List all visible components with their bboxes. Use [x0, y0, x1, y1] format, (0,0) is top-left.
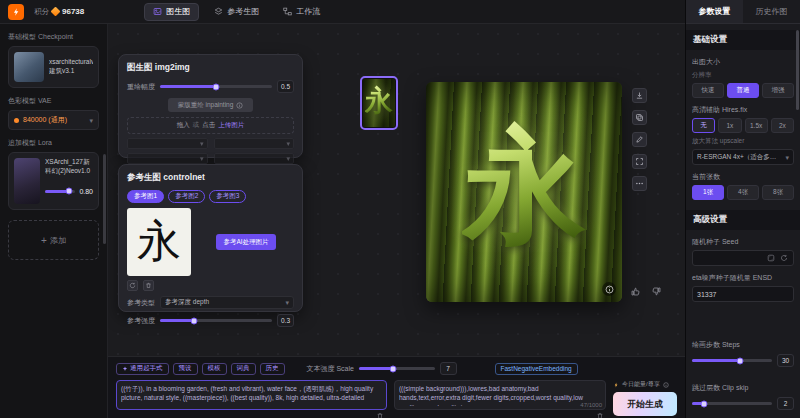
lora-card[interactable]: XSArchi_127新科幻(2)Neov1.0 0.80 — [8, 152, 99, 210]
upscaler-select[interactable]: R-ESRGAN 4x+（适合多种场景） — [692, 149, 794, 165]
fullscreen-icon[interactable] — [632, 154, 647, 169]
model-sidebar: 基础模型 Checkpoint xsarchitecturalv3com建筑v3… — [0, 24, 108, 418]
generate-button[interactable]: 开始生成 — [613, 392, 677, 416]
tab-ref-image-1[interactable]: 参考图1 — [127, 190, 164, 203]
sidebar-scrollbar[interactable] — [103, 154, 106, 244]
ref-strength-slider[interactable] — [160, 319, 272, 322]
upscaler-value: R-ESRGAN 4x+（适合多种场景） — [697, 153, 782, 162]
info-icon[interactable] — [602, 282, 616, 296]
batch-count-label: 当前张数 — [692, 172, 794, 182]
info-icon — [663, 382, 669, 388]
refresh-icon[interactable] — [779, 253, 789, 263]
workspace-canvas[interactable]: 图生图 img2img 重绘幅度 0.5 蒙版重绘 inpainting 拖入 … — [108, 24, 685, 418]
controlnet-tabs: 参考图1 参考图2 参考图3 — [127, 190, 294, 203]
hires-1x[interactable]: 1x — [718, 118, 741, 133]
download-icon[interactable] — [632, 88, 647, 103]
hires-1-5x[interactable]: 1.5x — [745, 118, 768, 133]
delete-icon[interactable] — [143, 280, 154, 291]
ai-process-button[interactable]: 参考AI处理图片 — [216, 234, 275, 250]
generated-image-preview[interactable]: 永 — [426, 82, 622, 302]
points-display[interactable]: 积分 96738 — [34, 7, 84, 17]
app-logo[interactable] — [8, 4, 24, 20]
checkpoint-card[interactable]: xsarchitecturalv3com建筑v3.1 — [8, 46, 99, 88]
ensd-value: 31337 — [697, 291, 789, 298]
resolution-fast[interactable]: 快速 — [692, 83, 724, 98]
chip-starter[interactable]: 通用起手式 — [116, 363, 169, 375]
trash-icon[interactable] — [376, 411, 385, 418]
chevron-down-icon — [286, 155, 290, 162]
count-1[interactable]: 1张 — [692, 185, 724, 200]
trash-icon[interactable] — [595, 411, 604, 418]
lora-weight-slider[interactable] — [45, 190, 75, 193]
sparkle-icon — [122, 366, 128, 372]
seed-input[interactable] — [697, 255, 763, 262]
vae-select[interactable]: 840000 (通用) — [8, 110, 99, 130]
inpaint-label: 蒙版重绘 inpainting — [178, 101, 234, 110]
negative-prompt-input[interactable]: (((simple background))),lowres,bad anato… — [399, 384, 601, 406]
vae-value: 840000 (通用) — [23, 115, 85, 125]
coin-icon — [51, 7, 61, 17]
tab-params[interactable]: 参数设置 — [686, 0, 743, 23]
thumbs-up-icon[interactable] — [628, 284, 642, 298]
count-8[interactable]: 8张 — [762, 185, 794, 200]
generated-thumbnail[interactable]: 永 — [360, 76, 398, 130]
edit-icon[interactable] — [632, 132, 647, 147]
chevron-down-icon — [200, 140, 204, 147]
inpaint-button[interactable]: 蒙版重绘 inpainting — [168, 98, 254, 112]
chip-presets[interactable]: 预设 — [173, 363, 198, 375]
chevron-down-icon — [200, 155, 204, 162]
thumbs-down-icon[interactable] — [649, 284, 663, 298]
upload-text: 或 — [193, 121, 200, 130]
resolution-normal[interactable]: 普通 — [727, 83, 759, 98]
params-sidebar: 参数设置 历史作图 基础设置 出图大小 分辨率 快速 普通 增强 高清辅助 Hi… — [685, 0, 800, 418]
more-icon[interactable] — [632, 176, 647, 191]
basic-settings-header: 基础设置 — [686, 30, 800, 50]
params-scrollbar[interactable] — [796, 30, 799, 110]
nav-ref-generate[interactable]: 参考生图 — [205, 3, 268, 21]
embedding-chip[interactable]: FastNegativeEmbedding — [495, 363, 578, 375]
count-4[interactable]: 4张 — [727, 185, 759, 200]
copy-icon[interactable] — [632, 110, 647, 125]
positive-prompt-input[interactable]: ((竹子)), in a blooming garden, (fresh and… — [121, 384, 382, 406]
checkpoint-thumbnail — [14, 52, 44, 82]
nav-img2img[interactable]: 图生图 — [144, 3, 199, 21]
reference-glyph: 永 — [137, 220, 181, 264]
scale-slider[interactable] — [359, 367, 435, 370]
image-upload-dropzone[interactable]: 拖入 或 点击 上传图片 — [127, 117, 294, 134]
ensd-input[interactable]: 31337 — [692, 286, 794, 302]
hires-2x[interactable]: 2x — [771, 118, 794, 133]
nav-workflow[interactable]: 工作流 — [274, 3, 329, 21]
tab-ref-image-2[interactable]: 参考图2 — [168, 190, 205, 203]
disabled-select — [214, 153, 295, 164]
dice-icon[interactable] — [766, 253, 776, 263]
chip-label: 通用起手式 — [130, 364, 163, 373]
add-model-button[interactable]: 添加 — [8, 220, 99, 260]
image-icon — [153, 7, 162, 16]
tab-history[interactable]: 历史作图 — [743, 0, 800, 23]
chip-templates[interactable]: 模板 — [202, 363, 227, 375]
chip-history[interactable]: 历史 — [260, 363, 285, 375]
ref-type-select[interactable]: 参考深度 depth — [160, 296, 294, 309]
char-counter: 47/1000 — [580, 402, 602, 408]
refresh-icon[interactable] — [127, 280, 138, 291]
preview-glyph: 永 — [462, 105, 586, 272]
denoise-slider[interactable] — [160, 85, 272, 88]
reference-image-preview[interactable]: 永 — [127, 208, 191, 276]
hires-none[interactable]: 无 — [692, 118, 715, 133]
steps-slider[interactable] — [692, 359, 772, 362]
thumbnail-glyph: 永 — [365, 82, 393, 120]
scale-label: 文本强度 Scale — [307, 364, 354, 374]
img2img-title: 图生图 img2img — [127, 62, 294, 74]
clip-skip-slider[interactable] — [692, 402, 772, 405]
energy-label: 今日能量/尊享 — [622, 380, 660, 389]
resolution-enhanced[interactable]: 增强 — [762, 83, 794, 98]
feedback-buttons — [628, 284, 663, 298]
lora-name: XSArchi_127新科幻(2)Neov1.0 — [45, 158, 93, 176]
steps-value: 30 — [777, 354, 794, 367]
ref-strength-value: 0.3 — [277, 314, 294, 327]
chip-dictionary[interactable]: 词典 — [231, 363, 256, 375]
denoise-label: 重绘幅度 — [127, 82, 155, 92]
tab-ref-image-3[interactable]: 参考图3 — [209, 190, 246, 203]
upload-action-text: 上传图片 — [218, 121, 244, 130]
ensd-label: eta噪声种子随机量 ENSD — [692, 273, 794, 283]
